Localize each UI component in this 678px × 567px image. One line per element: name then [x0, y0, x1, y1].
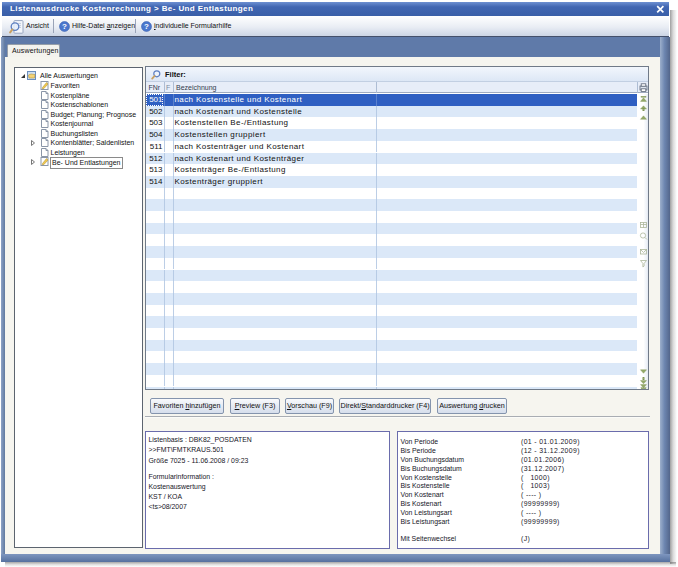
svg-text:?: ? — [62, 22, 67, 31]
svg-text:?: ? — [144, 22, 149, 31]
